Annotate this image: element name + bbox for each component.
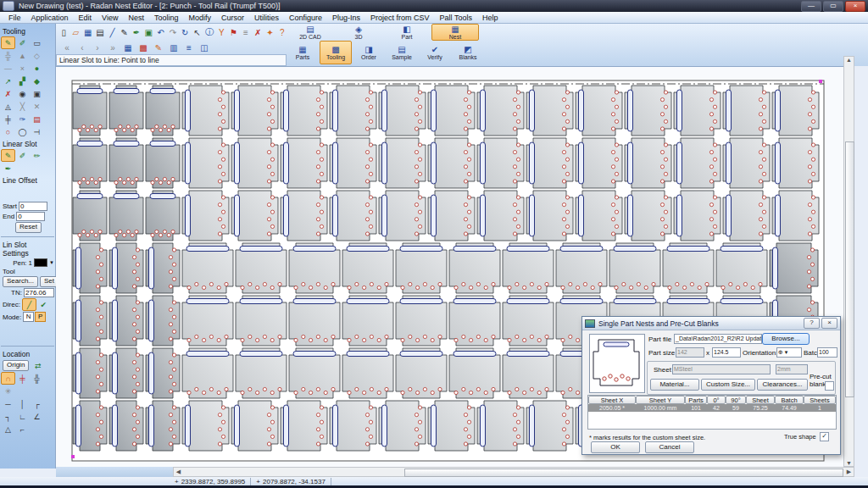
nest-part[interactable]: [109, 296, 143, 346]
nest-part[interactable]: [625, 86, 671, 136]
nest-part[interactable]: [772, 138, 819, 188]
nest-part[interactable]: [609, 243, 660, 293]
table-row[interactable]: 2050.05 *1000.00 mm101425975.2574.491: [588, 404, 836, 412]
nest-part[interactable]: [526, 191, 573, 241]
punch-icon[interactable]: ▭: [30, 36, 44, 49]
slot-point-icon[interactable]: ✏: [30, 149, 44, 162]
vertical-scroll-thumb[interactable]: [845, 141, 854, 397]
nest-part[interactable]: [73, 191, 107, 241]
search-button[interactable]: Search...: [3, 276, 38, 287]
nest-part[interactable]: [663, 243, 714, 293]
table-header[interactable]: Sheets: [804, 396, 836, 404]
dialog-title-bar[interactable]: Single Part Nests and Pre-Cut Blanks ? ×: [582, 317, 840, 330]
previous-icon[interactable]: ‹: [75, 42, 89, 54]
print-icon[interactable]: ▤: [95, 26, 105, 39]
menu-application[interactable]: Application: [26, 14, 74, 22]
clipboard-icon[interactable]: ▣: [143, 26, 153, 39]
sample-button[interactable]: ▤Sample: [386, 41, 418, 64]
origin-button[interactable]: Origin: [3, 360, 29, 371]
save-icon[interactable]: ▦: [83, 26, 93, 39]
horizontal-scrollbar[interactable]: ◀ ▶: [173, 467, 854, 477]
nest-part[interactable]: [330, 86, 376, 136]
end-icon[interactable]: ⊣: [30, 125, 44, 138]
nest-part[interactable]: [477, 138, 524, 188]
nest-part[interactable]: [146, 348, 180, 398]
scroll-right-icon[interactable]: ▶: [844, 469, 854, 475]
nest-part[interactable]: [503, 296, 554, 346]
part-file-field[interactable]: _Data\Radan2012_R2\R2 Update\part2.sym: [674, 334, 762, 344]
nest-part[interactable]: [556, 243, 607, 293]
mesh-snap-icon[interactable]: ╬: [30, 372, 44, 385]
clearances-button[interactable]: Clearances...: [757, 379, 808, 391]
delete-tool-icon[interactable]: ✗: [1, 87, 15, 100]
reset-button[interactable]: Reset: [15, 222, 42, 233]
nest-part[interactable]: [146, 86, 180, 136]
nest-part[interactable]: [379, 191, 426, 241]
nest-part[interactable]: [342, 243, 393, 293]
redo-icon[interactable]: ↷: [168, 26, 178, 39]
mode-option-p[interactable]: P: [35, 312, 46, 322]
nest-part[interactable]: [576, 86, 622, 136]
nest-part[interactable]: [146, 138, 180, 188]
nest-part[interactable]: [716, 243, 767, 293]
undo-icon[interactable]: ↶: [156, 26, 166, 39]
nest-part[interactable]: [330, 191, 376, 241]
nest-part[interactable]: [526, 86, 573, 136]
nest-part[interactable]: [428, 86, 475, 136]
cad-2d-button[interactable]: ▤2D CAD: [287, 24, 334, 41]
view-3d-button[interactable]: ◈3D: [335, 24, 382, 41]
mode-option-n[interactable]: N: [23, 312, 34, 322]
form-icon[interactable]: ▣: [30, 87, 44, 100]
nest-part[interactable]: [576, 191, 622, 241]
nest-part[interactable]: [289, 296, 340, 346]
tri-icon[interactable]: △: [1, 423, 15, 435]
nest-part[interactable]: [73, 348, 107, 398]
refresh-icon[interactable]: ↻: [180, 26, 190, 39]
order-button[interactable]: ◨Order: [353, 41, 385, 64]
info-icon[interactable]: ⓘ: [204, 26, 214, 39]
pick-icon[interactable]: ↖: [192, 26, 202, 39]
horizontal-scroll-thumb[interactable]: [404, 469, 843, 477]
user-delete-icon[interactable]: ✗: [253, 26, 263, 39]
menu-plug-ins[interactable]: Plug-Ins: [327, 14, 365, 22]
swap-icon[interactable]: ⇄: [31, 359, 45, 372]
stamp-icon[interactable]: ◉: [15, 87, 30, 100]
table-header[interactable]: Parts: [685, 396, 707, 404]
nest-part[interactable]: [109, 191, 143, 241]
scroll-up-icon[interactable]: ▲: [844, 57, 854, 63]
nest-part[interactable]: [428, 138, 475, 188]
table-header[interactable]: Sheet X: [588, 396, 636, 404]
nest-part[interactable]: [231, 138, 278, 188]
nest-part[interactable]: [396, 243, 447, 293]
restore-button[interactable]: ▭: [823, 1, 843, 12]
selection-handle[interactable]: [71, 455, 75, 458]
nest-part[interactable]: [379, 138, 426, 188]
pen-icon[interactable]: ✒: [131, 26, 142, 39]
tool-d-icon[interactable]: ×: [15, 62, 30, 75]
nest-part[interactable]: [182, 401, 229, 451]
nest-part[interactable]: [281, 86, 327, 136]
dialog-close-button[interactable]: ×: [821, 318, 837, 329]
menu-project-from-csv[interactable]: Project from CSV: [365, 14, 435, 22]
slot-tool-icon[interactable]: ✎: [1, 36, 15, 49]
nest-part[interactable]: [723, 191, 770, 241]
diamond-icon[interactable]: ◆: [30, 75, 44, 87]
nest-part[interactable]: [772, 191, 819, 241]
selection-handle[interactable]: [819, 80, 822, 83]
menu-pall-tools[interactable]: Pall Tools: [435, 14, 477, 22]
material-button[interactable]: Material...: [650, 379, 699, 391]
nest-part[interactable]: [73, 401, 107, 451]
star-snap-icon[interactable]: ✳: [1, 385, 15, 397]
sheet-material-field[interactable]: MSteel: [672, 364, 771, 374]
ok-button[interactable]: OK: [591, 441, 640, 453]
precut-blank-checkbox[interactable]: [825, 381, 834, 391]
nest-part[interactable]: [477, 191, 524, 241]
nest-part[interactable]: [526, 401, 573, 451]
first-icon[interactable]: «: [60, 42, 74, 54]
next-icon[interactable]: ›: [91, 42, 104, 54]
end-input[interactable]: 0: [16, 212, 45, 221]
sweep-icon[interactable]: ✑: [15, 113, 30, 125]
filter-icon[interactable]: Y: [216, 26, 226, 39]
table-header[interactable]: Sheet: [746, 396, 775, 404]
nest-part[interactable]: [231, 191, 278, 241]
